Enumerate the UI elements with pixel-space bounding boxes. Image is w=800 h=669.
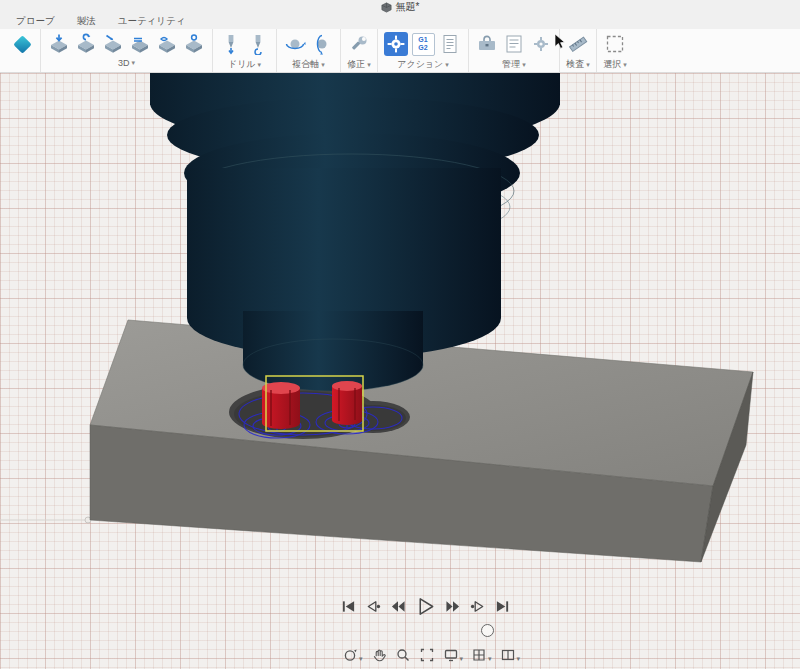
- chevron-down-icon: ▾: [522, 61, 526, 69]
- display-settings-icon: [443, 647, 459, 663]
- viewport-canvas[interactable]: ▾: [0, 73, 800, 669]
- zoom-button[interactable]: [395, 647, 411, 663]
- display-settings-button[interactable]: ▾: [443, 647, 464, 663]
- step-back-icon: [365, 599, 381, 614]
- group-label-inspect[interactable]: 検査▾: [566, 58, 590, 71]
- rewind-icon: [390, 599, 406, 614]
- scallop-button[interactable]: [155, 32, 179, 56]
- skip-to-start-icon: [341, 599, 356, 614]
- swarf-button[interactable]: [283, 32, 307, 56]
- contour-button[interactable]: [101, 32, 125, 56]
- chevron-down-icon: ▾: [517, 655, 521, 663]
- grid-settings-icon: [471, 647, 487, 663]
- group-label-multiaxis[interactable]: 複合軸▾: [292, 58, 325, 71]
- tab-utilities[interactable]: ユーティリティ: [118, 15, 186, 28]
- step-back-button[interactable]: [365, 599, 381, 614]
- toolbar-group-inspect: 検査▾: [560, 29, 597, 72]
- chevron-down-icon: ▾: [321, 61, 325, 69]
- milling-diamond-icon: [13, 35, 31, 53]
- drill-icon: [220, 33, 242, 55]
- contour-icon: [102, 33, 124, 55]
- toolbar-group-drill: ドリル▾: [213, 29, 277, 72]
- skip-to-end-button[interactable]: [495, 599, 510, 614]
- step-forward-button[interactable]: [470, 599, 486, 614]
- window-select-button[interactable]: [603, 32, 627, 56]
- skip-to-end-icon: [495, 599, 510, 614]
- cam-toolbar: 3D▾: [0, 29, 800, 73]
- parallel-icon: [129, 33, 151, 55]
- chevron-down-icon: ▾: [445, 61, 449, 69]
- simulation-player: [341, 596, 510, 617]
- document-title: 無題*: [396, 0, 420, 14]
- bore-button[interactable]: [246, 32, 270, 56]
- chevron-down-icon: ▾: [258, 61, 262, 69]
- group-label-modify[interactable]: 修正▾: [347, 58, 371, 71]
- toolbar-group-multiaxis: 複合軸▾: [277, 29, 341, 72]
- tab-fabrication[interactable]: 製法: [77, 15, 96, 28]
- task-list-icon: [503, 33, 525, 55]
- play-backward-button[interactable]: [390, 599, 406, 614]
- fit-button[interactable]: [419, 647, 435, 663]
- parallel-button[interactable]: [128, 32, 152, 56]
- machine-library-button[interactable]: [529, 32, 553, 56]
- simulate-button[interactable]: [384, 32, 408, 56]
- edit-toolpath-button[interactable]: [347, 32, 371, 56]
- group-label-3d[interactable]: 3D▾: [118, 58, 135, 68]
- measure-button[interactable]: [566, 32, 590, 56]
- nc-list-icon: [439, 33, 461, 55]
- scallop-icon: [156, 33, 178, 55]
- pan-button[interactable]: [371, 647, 387, 663]
- g1g2-icon: G1 G2: [412, 33, 435, 56]
- simulation-scene: [0, 73, 800, 669]
- post-process-button[interactable]: G1 G2: [411, 32, 435, 56]
- timeline-scrubber-handle[interactable]: [481, 624, 494, 637]
- chevron-down-icon: ▾: [359, 655, 363, 663]
- toolbar-group-actions: G1 G2 アクション▾: [378, 29, 469, 72]
- spiral-button[interactable]: [182, 32, 206, 56]
- grid-settings-button[interactable]: ▾: [471, 647, 492, 663]
- group-label-drill[interactable]: ドリル▾: [228, 58, 261, 71]
- orbit-icon: [342, 647, 358, 663]
- chevron-down-icon: ▾: [623, 61, 627, 69]
- toolbar-group-select: 選択▾: [597, 29, 633, 72]
- group-label-actions[interactable]: アクション▾: [397, 58, 449, 71]
- fast-forward-icon: [445, 599, 461, 614]
- workspace-tab-bar: プローブ 製法 ユーティリティ: [0, 14, 800, 29]
- simulate-gear-icon: [385, 33, 407, 55]
- milling-setup-button[interactable]: [10, 32, 34, 56]
- drill-button[interactable]: [219, 32, 243, 56]
- chevron-down-icon: ▾: [132, 59, 136, 67]
- adaptive-clearing-icon: [48, 33, 70, 55]
- setup-sheet-button[interactable]: [438, 32, 462, 56]
- tab-probe[interactable]: プローブ: [16, 15, 55, 28]
- machine-gear-icon: [530, 33, 552, 55]
- group-label-select[interactable]: 選択▾: [603, 58, 627, 71]
- swarf-icon: [284, 33, 306, 55]
- viewports-button[interactable]: ▾: [500, 647, 521, 663]
- skip-to-start-button[interactable]: [341, 599, 356, 614]
- step-forward-icon: [470, 599, 486, 614]
- multiaxis-contour-button[interactable]: [310, 32, 334, 56]
- play-icon: [415, 596, 436, 617]
- chevron-down-icon: ▾: [586, 61, 590, 69]
- toolbox-icon: [476, 33, 498, 55]
- adaptive-clearing-button[interactable]: [47, 32, 71, 56]
- chevron-down-icon: ▾: [488, 655, 492, 663]
- fusion-manufacturing-window: 無題* プローブ 製法 ユーティリティ: [0, 0, 800, 669]
- play-button[interactable]: [415, 596, 436, 617]
- pan-hand-icon: [371, 647, 387, 663]
- group-label-manage[interactable]: 管理▾: [502, 58, 526, 71]
- chevron-down-icon: ▾: [460, 655, 464, 663]
- navigation-dock: ▾: [342, 647, 520, 663]
- selection-box-icon: [604, 33, 626, 55]
- magnifier-icon: [395, 647, 411, 663]
- ruler-icon: [567, 33, 589, 55]
- tool-library-button[interactable]: [475, 32, 499, 56]
- pocket-clearing-button[interactable]: [74, 32, 98, 56]
- fit-view-icon: [419, 647, 435, 663]
- toolbar-group-setup: [4, 29, 41, 72]
- orbit-button[interactable]: ▾: [342, 647, 363, 663]
- toolbar-group-manage: 管理▾: [469, 29, 560, 72]
- fast-forward-button[interactable]: [445, 599, 461, 614]
- task-manager-button[interactable]: [502, 32, 526, 56]
